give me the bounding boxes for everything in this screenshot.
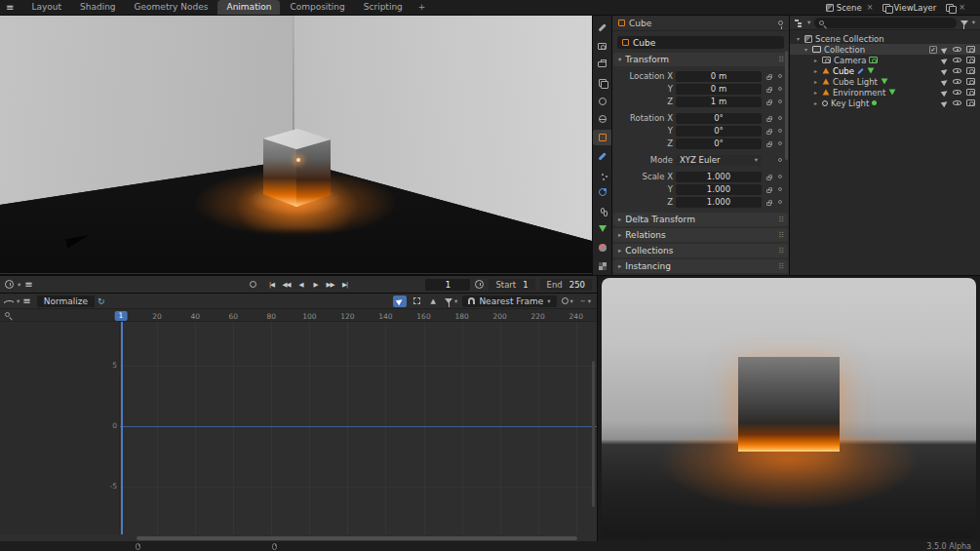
refresh-icon[interactable]: ↻	[98, 296, 105, 306]
lock-icon[interactable]	[766, 89, 771, 93]
hide-eye-icon[interactable]	[953, 46, 961, 53]
tab-particles-icon[interactable]	[593, 166, 611, 182]
selectable-icon[interactable]	[941, 56, 949, 63]
lock-icon[interactable]	[766, 202, 771, 206]
tree-row-cube-light[interactable]: ▸ Cube Light	[790, 76, 980, 87]
rotation-x-field[interactable]: 0°	[676, 113, 762, 124]
transform-panel-header[interactable]: ▾ Transform ⠿	[613, 53, 788, 66]
collection-checkbox[interactable]: ✓	[929, 46, 937, 54]
new-viewlayer-icon[interactable]	[946, 4, 954, 12]
hide-eye-icon[interactable]	[953, 67, 961, 74]
horizontal-scrollbar-track[interactable]	[0, 534, 597, 541]
playhead-line[interactable]	[121, 322, 123, 534]
tab-constraints-icon[interactable]	[593, 203, 611, 219]
viewlayer-selector[interactable]: ViewLayer	[882, 3, 936, 13]
show-errors-toggle[interactable]: ▲	[426, 295, 440, 307]
remove-viewlayer-icon[interactable]: ×	[959, 3, 965, 12]
channel-search-icon[interactable]	[5, 312, 10, 317]
selectable-icon[interactable]	[941, 77, 949, 85]
animate-dot[interactable]	[778, 87, 782, 91]
lock-icon[interactable]	[766, 143, 771, 147]
render-visibility-icon[interactable]	[966, 89, 975, 96]
tab-object-data-icon[interactable]	[593, 221, 611, 238]
current-frame-field[interactable]: 1	[425, 279, 470, 291]
tab-physics-icon[interactable]	[593, 184, 611, 201]
scale-y-field[interactable]: 1.000	[676, 184, 762, 195]
location-y-field[interactable]: 0 m	[676, 84, 762, 95]
animate-dot[interactable]	[778, 116, 782, 120]
tree-row-scene-collection[interactable]: ▾ Scene Collection	[790, 33, 980, 44]
tab-output-icon[interactable]	[593, 57, 611, 73]
box-select-button[interactable]	[410, 295, 423, 307]
lock-icon[interactable]	[766, 118, 771, 122]
animate-dot[interactable]	[778, 99, 782, 103]
lock-icon[interactable]	[766, 177, 771, 180]
proportional-editing-button[interactable]: ▾	[560, 295, 575, 307]
render-visibility-icon[interactable]	[966, 99, 975, 106]
tree-row-environment[interactable]: ▸ Environment	[790, 87, 980, 98]
pin-icon[interactable]	[778, 20, 783, 25]
animate-dot[interactable]	[778, 175, 782, 178]
collapse-icon[interactable]: ▾	[795, 35, 802, 42]
tab-object-icon[interactable]	[593, 130, 611, 146]
workspace-tab-scripting[interactable]: Scripting	[355, 0, 412, 15]
previous-keyframe-button[interactable]: ◀◀	[280, 278, 293, 291]
selectable-icon[interactable]	[941, 45, 949, 53]
workspace-tab-geometry-nodes[interactable]: Geometry Nodes	[126, 0, 217, 15]
render-visibility-icon[interactable]	[966, 57, 975, 63]
lock-icon[interactable]	[766, 189, 771, 193]
app-menu-icon[interactable]: ≡	[6, 2, 14, 13]
tab-view-layer-icon[interactable]	[593, 74, 611, 91]
expand-icon[interactable]: ▸	[812, 89, 819, 96]
properties-scrollbar[interactable]	[785, 51, 788, 160]
tab-tool-icon[interactable]	[593, 20, 611, 36]
tree-row-camera[interactable]: ▸ Camera	[790, 55, 980, 65]
hide-eye-icon[interactable]	[953, 78, 961, 85]
graph-ruler[interactable]: 1 20406080100120140160180200220240	[0, 309, 597, 322]
scene-selector[interactable]: Scene ×	[826, 3, 874, 13]
render-visibility-icon[interactable]	[966, 46, 975, 53]
object-name-field[interactable]: Cube	[617, 36, 784, 49]
rotation-z-field[interactable]: 0°	[676, 138, 762, 149]
tab-texture-icon[interactable]	[593, 257, 611, 274]
drag-handle-icon[interactable]: ⠿	[778, 216, 783, 224]
viewport-3d[interactable]	[0, 16, 592, 275]
hide-eye-icon[interactable]	[953, 89, 961, 96]
add-workspace-button[interactable]: +	[412, 0, 432, 15]
graph-editor-icon[interactable]	[4, 297, 14, 305]
scale-z-field[interactable]: 1.000	[676, 197, 762, 208]
outliner-search-input[interactable]	[814, 18, 956, 28]
timeline-menu-icon[interactable]: ≡	[24, 279, 32, 290]
auto-key-icon[interactable]	[250, 281, 256, 288]
delta-transform-panel-header[interactable]: ▸ Delta Transform ⠿	[613, 213, 788, 226]
drag-handle-icon[interactable]: ⠿	[778, 231, 783, 240]
play-button[interactable]: ▶	[309, 278, 322, 291]
outliner-editor-icon[interactable]	[795, 19, 804, 26]
instancing-panel-header[interactable]: ▸ Instancing ⠿	[613, 259, 788, 273]
drag-handle-icon[interactable]: ⠿	[778, 247, 783, 256]
scene-unlink-icon[interactable]: ×	[867, 3, 874, 12]
animate-dot[interactable]	[778, 74, 782, 78]
playhead-frame-badge[interactable]: 1	[115, 311, 128, 321]
rotation-y-field[interactable]: 0°	[676, 126, 762, 137]
camera-preview-viewport[interactable]	[598, 276, 980, 541]
location-x-field[interactable]: 0 m	[676, 71, 762, 82]
vertical-scrollbar[interactable]	[592, 361, 595, 507]
tree-row-collection[interactable]: ▾ Collection ✓	[790, 44, 980, 55]
collections-panel-header[interactable]: ▸ Collections ⠿	[613, 244, 788, 257]
expand-icon[interactable]: ▸	[812, 67, 819, 74]
drag-handle-icon[interactable]: ⠿	[778, 56, 783, 64]
expand-icon[interactable]: ▸	[812, 99, 819, 106]
animate-dot[interactable]	[778, 187, 782, 191]
location-z-field[interactable]: 1 m	[676, 97, 762, 107]
collapse-icon[interactable]: ▾	[803, 46, 809, 53]
graph-plot[interactable]: 5 0 -5	[0, 322, 597, 534]
auto-handle-dropdown[interactable]: ~▾	[578, 295, 593, 307]
tweak-select-button[interactable]	[393, 295, 407, 307]
scale-x-field[interactable]: 1.000	[676, 172, 762, 182]
tab-scene-icon[interactable]	[593, 93, 611, 109]
expand-icon[interactable]: ▸	[812, 78, 819, 85]
tab-world-icon[interactable]	[593, 111, 611, 128]
workspace-tab-layout[interactable]: Layout	[22, 0, 70, 15]
animate-dot[interactable]	[778, 129, 782, 133]
